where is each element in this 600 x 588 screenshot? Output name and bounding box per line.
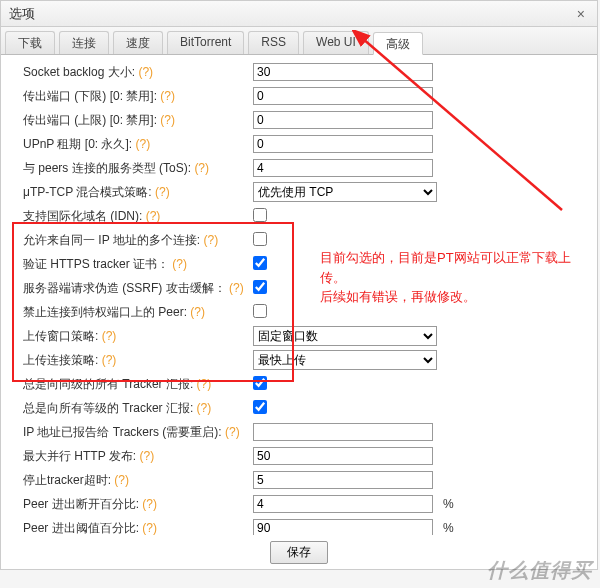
help-icon[interactable]: (?): [197, 401, 212, 415]
label-announce-tier: 总是向同级的所有 Tracker 汇报:: [23, 377, 193, 391]
close-icon[interactable]: ×: [573, 6, 589, 22]
help-icon[interactable]: (?): [197, 377, 212, 391]
annotation-text: 目前勾选的，目前是PT网站可以正常下载上传。 后续如有错误，再做修改。: [320, 248, 580, 307]
watermark: 什么值得买: [479, 553, 600, 588]
help-icon[interactable]: (?): [225, 425, 240, 439]
input-out-port-min[interactable]: [253, 87, 433, 105]
label-socket-backlog: Socket backlog 大小:: [23, 65, 135, 79]
help-icon[interactable]: (?): [102, 353, 117, 367]
checkbox-announce-all[interactable]: [253, 400, 267, 414]
tab-connection[interactable]: 连接: [59, 31, 109, 54]
help-icon[interactable]: (?): [155, 185, 170, 199]
help-icon[interactable]: (?): [160, 89, 175, 103]
unit-label: %: [443, 521, 454, 535]
label-ssrf: 服务器端请求伪造 (SSRF) 攻击缓解：: [23, 281, 226, 295]
annotation-line2: 后续如有错误，再做修改。: [320, 287, 580, 307]
label-tos: 与 peers 连接的服务类型 (ToS):: [23, 161, 191, 175]
checkbox-idn[interactable]: [253, 208, 267, 222]
unit-label: %: [443, 497, 454, 511]
select-upload-conn[interactable]: 最快上传: [253, 350, 437, 370]
label-out-port-min: 传出端口 (下限) [0: 禁用]:: [23, 89, 157, 103]
input-ip-trackers[interactable]: [253, 423, 433, 441]
help-icon[interactable]: (?): [229, 281, 244, 295]
input-tracker-timeout[interactable]: [253, 471, 433, 489]
help-icon[interactable]: (?): [190, 305, 205, 319]
label-utp-tcp: μTP-TCP 混合模式策略:: [23, 185, 152, 199]
help-icon[interactable]: (?): [160, 113, 175, 127]
select-upload-slot[interactable]: 固定窗口数: [253, 326, 437, 346]
input-tos[interactable]: [253, 159, 433, 177]
tab-bar: 下载 连接 速度 BitTorrent RSS Web UI 高级: [1, 27, 597, 55]
label-upload-conn: 上传连接策略:: [23, 353, 98, 367]
label-multi-same-ip: 允许来自同一 IP 地址的多个连接:: [23, 233, 200, 247]
help-icon[interactable]: (?): [194, 161, 209, 175]
label-peer-thresh-pct: Peer 进出阈值百分比:: [23, 521, 139, 535]
dialog-title: 选项: [9, 5, 573, 23]
label-tracker-timeout: 停止tracker超时:: [23, 473, 111, 487]
tab-bittorrent[interactable]: BitTorrent: [167, 31, 244, 54]
help-icon[interactable]: (?): [142, 497, 157, 511]
input-peer-disc-pct[interactable]: [253, 495, 433, 513]
label-upnp-lease: UPnP 租期 [0: 永久]:: [23, 137, 132, 151]
label-upload-slot: 上传窗口策略:: [23, 329, 98, 343]
help-icon[interactable]: (?): [139, 449, 154, 463]
label-https-tracker: 验证 HTTPS tracker 证书：: [23, 257, 169, 271]
tab-webui[interactable]: Web UI: [303, 31, 369, 54]
help-icon[interactable]: (?): [102, 329, 117, 343]
tab-advanced[interactable]: 高级: [373, 32, 423, 55]
input-out-port-max[interactable]: [253, 111, 433, 129]
label-priv-port: 禁止连接到特权端口上的 Peer:: [23, 305, 187, 319]
checkbox-multi-same-ip[interactable]: [253, 232, 267, 246]
select-utp-tcp[interactable]: 优先使用 TCP: [253, 182, 437, 202]
input-socket-backlog[interactable]: [253, 63, 433, 81]
input-upnp-lease[interactable]: [253, 135, 433, 153]
help-icon[interactable]: (?): [142, 521, 157, 535]
input-peer-thresh-pct[interactable]: [253, 519, 433, 535]
label-max-http: 最大并行 HTTP 发布:: [23, 449, 136, 463]
checkbox-announce-tier[interactable]: [253, 376, 267, 390]
tab-rss[interactable]: RSS: [248, 31, 299, 54]
annotation-line1: 目前勾选的，目前是PT网站可以正常下载上传。: [320, 248, 580, 287]
help-icon[interactable]: (?): [114, 473, 129, 487]
help-icon[interactable]: (?): [138, 65, 153, 79]
checkbox-ssrf[interactable]: [253, 280, 267, 294]
help-icon[interactable]: (?): [136, 137, 151, 151]
checkbox-priv-port[interactable]: [253, 304, 267, 318]
help-icon[interactable]: (?): [172, 257, 187, 271]
label-idn: 支持国际化域名 (IDN):: [23, 209, 142, 223]
help-icon[interactable]: (?): [203, 233, 218, 247]
save-button[interactable]: 保存: [270, 541, 328, 564]
input-max-http[interactable]: [253, 447, 433, 465]
label-peer-disc-pct: Peer 进出断开百分比:: [23, 497, 139, 511]
checkbox-https-tracker[interactable]: [253, 256, 267, 270]
help-icon[interactable]: (?): [146, 209, 161, 223]
label-out-port-max: 传出端口 (上限) [0: 禁用]:: [23, 113, 157, 127]
tab-speed[interactable]: 速度: [113, 31, 163, 54]
titlebar: 选项 ×: [1, 1, 597, 27]
label-announce-all: 总是向所有等级的 Tracker 汇报:: [23, 401, 193, 415]
tab-download[interactable]: 下载: [5, 31, 55, 54]
label-ip-trackers: IP 地址已报告给 Trackers (需要重启):: [23, 425, 222, 439]
